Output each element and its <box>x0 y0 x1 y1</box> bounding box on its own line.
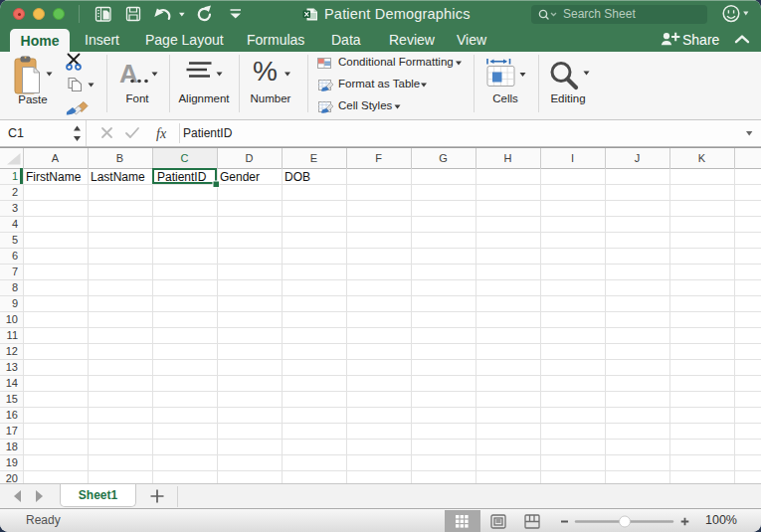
svg-text:A: A <box>119 59 138 89</box>
svg-text:20: 20 <box>6 472 18 483</box>
svg-text:6: 6 <box>12 250 18 262</box>
svg-text:15: 15 <box>6 393 18 405</box>
svg-text:F: F <box>375 152 382 164</box>
svg-text:5: 5 <box>12 234 18 246</box>
svg-text:D: D <box>246 152 254 164</box>
svg-text:2: 2 <box>12 186 18 198</box>
svg-text:19: 19 <box>6 456 18 468</box>
svg-text:1: 1 <box>12 170 18 182</box>
svg-text:10: 10 <box>6 313 18 325</box>
svg-text:DOB: DOB <box>285 170 310 184</box>
svg-text:4: 4 <box>12 218 18 230</box>
svg-text:G: G <box>439 152 448 164</box>
svg-text:14: 14 <box>6 377 18 389</box>
svg-text:J: J <box>635 152 641 164</box>
svg-text:FirstName: FirstName <box>26 170 82 184</box>
svg-text:E: E <box>310 152 317 164</box>
svg-text:PatientID: PatientID <box>157 170 207 184</box>
svg-text:12: 12 <box>6 345 18 357</box>
svg-text:fx: fx <box>156 126 167 141</box>
svg-text:K: K <box>698 152 706 164</box>
svg-text:17: 17 <box>6 425 18 437</box>
svg-text:16: 16 <box>6 409 18 421</box>
svg-text:I: I <box>571 152 574 164</box>
svg-text:13: 13 <box>6 361 18 373</box>
svg-text:H: H <box>504 152 512 164</box>
svg-text:C: C <box>181 152 189 164</box>
svg-text:Gender: Gender <box>220 170 260 184</box>
svg-text:3: 3 <box>12 202 18 214</box>
svg-text:B: B <box>116 152 123 164</box>
svg-text:9: 9 <box>12 297 18 309</box>
svg-text:8: 8 <box>12 281 18 293</box>
svg-text:A: A <box>52 152 60 164</box>
svg-text:LastName: LastName <box>91 170 145 184</box>
svg-text:7: 7 <box>12 266 18 277</box>
svg-text:18: 18 <box>6 441 18 452</box>
svg-text:11: 11 <box>7 329 18 341</box>
svg-text:%: % <box>253 56 278 87</box>
